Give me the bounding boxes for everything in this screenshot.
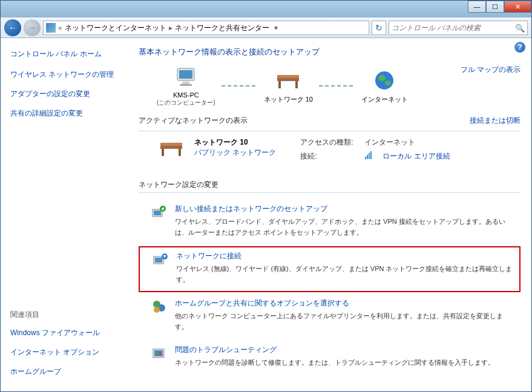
svg-rect-6: [278, 81, 281, 88]
setting-title[interactable]: ホームグループと共有に関するオプションを選択する: [175, 298, 514, 309]
svg-rect-13: [162, 149, 164, 156]
breadcrumb-item-network-internet[interactable]: ネットワークとインターネット: [65, 23, 166, 33]
svg-rect-16: [367, 155, 368, 159]
svg-rect-1: [179, 70, 192, 79]
settings-title: ネットワーク設定の変更: [139, 180, 521, 193]
navbar: ← → « ネットワークとインターネット ▸ ネットワークと共有センター ▾ ↻…: [1, 18, 531, 38]
svg-rect-15: [365, 157, 366, 159]
active-network-name: ネットワーク 10: [194, 137, 276, 148]
access-type-value: インターネット: [364, 137, 415, 148]
connection-value-link[interactable]: ローカル エリア接続: [383, 151, 450, 162]
breadcrumb-sep: ▸: [168, 24, 174, 32]
active-network-type-link[interactable]: パブリック ネットワーク: [194, 148, 276, 158]
control-panel-home-link[interactable]: コントロール パネル ホーム: [10, 49, 122, 59]
help-icon[interactable]: ?: [514, 42, 525, 53]
setting-desc: 他のネットワーク コンピューター上にあるファイルやプリンターを利用します。または…: [175, 311, 514, 332]
svg-rect-18: [370, 151, 372, 159]
node-internet-name: インターネット: [361, 95, 408, 104]
node-pc-name: KMS-PC: [157, 91, 215, 99]
search-box[interactable]: 🔍: [389, 21, 528, 35]
svg-rect-20: [154, 211, 161, 215]
new-connection-icon: [151, 204, 168, 221]
sidebar-related-internet-options[interactable]: インターネット オプション: [10, 347, 122, 358]
sidebar-related-homegroup[interactable]: ホームグループ: [10, 366, 122, 377]
content: ? コントロール パネル ホーム ワイヤレス ネットワークの管理 アダプターの設…: [1, 38, 531, 391]
node-network-name: ネットワーク 10: [264, 95, 313, 104]
minimize-button[interactable]: —: [468, 1, 486, 13]
breadcrumb-sep: «: [57, 24, 64, 32]
connect-disconnect-link[interactable]: 接続または切断: [470, 116, 521, 126]
signal-icon: [364, 151, 373, 162]
svg-rect-32: [156, 351, 158, 355]
breadcrumb-dropdown-icon[interactable]: ▾: [271, 24, 281, 32]
network-map: フル マップの表示 KMS-PC (このコンピューター) ネットワーク 10: [139, 65, 521, 107]
svg-rect-5: [277, 78, 299, 81]
globe-icon: [370, 68, 399, 93]
troubleshoot-icon: [151, 345, 168, 362]
connect-network-icon: [152, 251, 169, 268]
svg-rect-25: [155, 258, 162, 263]
titlebar: — ☐ ✕: [1, 1, 531, 18]
search-icon[interactable]: 🔍: [515, 24, 525, 33]
back-button[interactable]: ←: [4, 19, 21, 36]
computer-icon: [171, 65, 200, 89]
bench-icon: [157, 137, 186, 159]
settings-section: ネットワーク設定の変更 新しい接続またはネットワークのセットアップ ワイヤレス、…: [139, 180, 521, 374]
sidebar-related-firewall[interactable]: Windows ファイアウォール: [10, 327, 122, 338]
setting-desc: ネットワークの問題を診断して修復します。または、トラブルシューティングに関する情…: [175, 358, 494, 368]
svg-rect-17: [369, 153, 370, 159]
access-type-label: アクセスの種類:: [300, 137, 355, 148]
svg-rect-4: [277, 75, 299, 78]
homegroup-icon: [151, 298, 168, 315]
sidebar-link-adapter-settings[interactable]: アダプターの設定の変更: [10, 88, 122, 99]
node-internet: インターネット: [361, 68, 408, 104]
svg-rect-3: [180, 84, 192, 86]
svg-rect-7: [295, 81, 298, 88]
svg-point-8: [375, 71, 393, 90]
node-network: ネットワーク 10: [264, 68, 313, 104]
forward-button[interactable]: →: [24, 19, 41, 36]
svg-rect-2: [182, 82, 189, 84]
main-panel: 基本ネットワーク情報の表示と接続のセットアップ フル マップの表示 KMS-PC…: [128, 38, 531, 391]
active-network-header: アクティブなネットワークの表示 接続または切断: [139, 116, 521, 126]
control-panel-icon: [46, 23, 56, 33]
setting-title[interactable]: ネットワークに接続: [176, 251, 513, 261]
active-network-row: ネットワーク 10 パブリック ネットワーク アクセスの種類: インターネット …: [139, 137, 521, 165]
page-title: 基本ネットワーク情報の表示と接続のセットアップ: [139, 47, 521, 57]
setting-title[interactable]: 問題のトラブルシューティング: [175, 345, 494, 355]
connection-line: [319, 85, 355, 87]
sidebar-link-sharing-settings[interactable]: 共有の詳細設定の変更: [10, 108, 122, 119]
window: — ☐ ✕ ← → « ネットワークとインターネット ▸ ネットワークと共有セン…: [0, 0, 532, 392]
full-map-link[interactable]: フル マップの表示: [461, 65, 521, 75]
setting-new-connection[interactable]: 新しい接続またはネットワークのセットアップ ワイヤレス、ブロードバンド、ダイヤル…: [139, 200, 521, 244]
svg-rect-14: [179, 149, 181, 156]
svg-point-10: [385, 80, 391, 85]
svg-rect-12: [160, 146, 182, 149]
svg-rect-31: [154, 350, 163, 356]
sidebar-link-wireless-manage[interactable]: ワイヤレス ネットワークの管理: [10, 69, 122, 80]
breadcrumb-item-sharing-center[interactable]: ネットワークと共有センター: [175, 23, 269, 33]
svg-rect-23: [162, 207, 163, 210]
svg-point-9: [378, 75, 386, 81]
active-network-title: アクティブなネットワークの表示: [139, 116, 248, 126]
breadcrumb[interactable]: « ネットワークとインターネット ▸ ネットワークと共有センター ▾: [43, 21, 369, 35]
setting-desc: ワイヤレス、ブロードバンド、ダイヤルアップ、アドホック、または VPN 接続をセ…: [175, 217, 514, 238]
setting-homegroup[interactable]: ホームグループと共有に関するオプションを選択する 他のネットワーク コンピュータ…: [139, 295, 521, 338]
setting-troubleshoot[interactable]: 問題のトラブルシューティング ネットワークの問題を診断して修復します。または、ト…: [139, 341, 521, 374]
svg-rect-33: [159, 351, 161, 355]
maximize-button[interactable]: ☐: [486, 1, 504, 13]
related-items-heading: 関連項目: [10, 310, 122, 320]
setting-desc: ワイヤレス (無線)、ワイヤード (有線)、ダイヤルアップ、または VPN ネッ…: [176, 264, 513, 285]
bench-icon: [274, 68, 303, 93]
sidebar: コントロール パネル ホーム ワイヤレス ネットワークの管理 アダプターの設定の…: [1, 38, 128, 391]
connection-label: 接続:: [300, 151, 355, 162]
svg-rect-11: [160, 143, 182, 146]
refresh-button[interactable]: ↻: [372, 21, 386, 35]
search-input[interactable]: [392, 24, 515, 32]
svg-point-29: [154, 307, 160, 313]
connection-line: [222, 85, 258, 87]
setting-connect-network[interactable]: ネットワークに接続 ワイヤレス (無線)、ワイヤード (有線)、ダイヤルアップ、…: [139, 246, 521, 292]
node-this-pc: KMS-PC (このコンピューター): [157, 65, 215, 107]
close-button[interactable]: ✕: [504, 1, 531, 13]
setting-title[interactable]: 新しい接続またはネットワークのセットアップ: [175, 204, 514, 214]
